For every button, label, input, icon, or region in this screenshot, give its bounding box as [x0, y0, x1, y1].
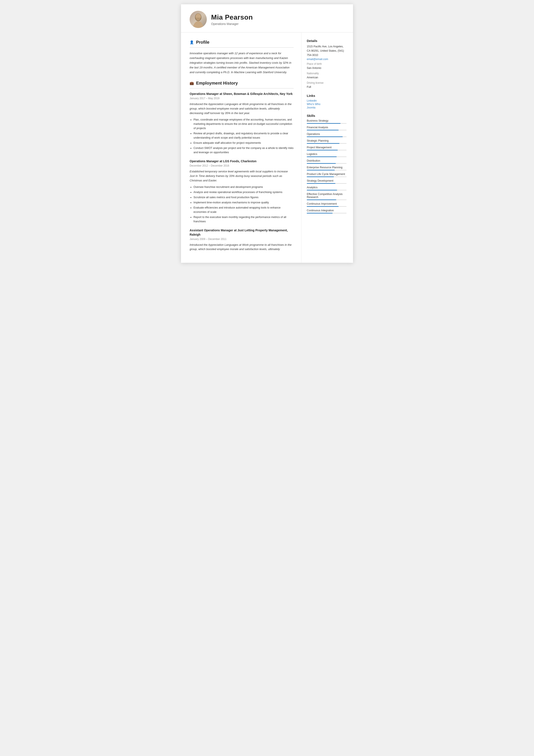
profile-section-title: Profile: [196, 40, 209, 45]
skill-name: Enterprise Resource Planning: [307, 166, 346, 169]
skill-bar-bg: [307, 143, 346, 144]
skill-bar-bg: [307, 156, 346, 157]
profile-section: 👤 Profile Innovative operations manager …: [190, 40, 294, 75]
skill-bar-bg: [307, 150, 346, 150]
bullet-item: Report to the executive team monthly reg…: [193, 215, 294, 224]
job-entry-1: Operations Manager at Sheen, Bowman & Gi…: [190, 92, 294, 154]
skill-bar-bg: [307, 213, 346, 213]
job-entry-2: Operations Manager at LGS Foods, Charles…: [190, 159, 294, 224]
bullet-item: Ensure adequate staff allocation for pro…: [193, 141, 294, 145]
skill-item: Continuous Integration: [307, 209, 346, 213]
resume-container: Mia Pearson Operations Manager 👤 Profile…: [181, 4, 353, 263]
skill-bar-fill: [307, 163, 336, 164]
skill-name: Analytics: [307, 186, 346, 189]
skill-bar-fill: [307, 176, 334, 177]
skill-bar-bg: [307, 163, 346, 164]
skill-item: Distribution: [307, 159, 346, 164]
skill-name: Strategy Development: [307, 179, 346, 182]
job-entry-3: Assistant Operations Manager at Just Let…: [190, 228, 294, 252]
skill-name: Operations: [307, 133, 346, 136]
bullet-item: Scrutinize all sales metrics and food pr…: [193, 195, 294, 200]
link-linkedin[interactable]: Linkedin: [307, 99, 346, 102]
employment-icon: 💼: [190, 81, 194, 85]
skill-item: Continuous Improvement: [307, 202, 346, 207]
skill-name: Continuous Integration: [307, 209, 346, 212]
bullet-item: Oversee franchise recruitment and develo…: [193, 185, 294, 189]
avatar: [190, 11, 207, 28]
skill-bar-fill: [307, 136, 343, 137]
skills-title: Skills: [307, 114, 346, 118]
details-email[interactable]: email@email.com: [307, 58, 346, 61]
skill-name: Logistics: [307, 152, 346, 156]
skill-name: Distribution: [307, 159, 346, 162]
left-column: 👤 Profile Innovative operations manager …: [181, 33, 301, 263]
job-title-2: Operations Manager at LGS Foods, Charles…: [190, 159, 294, 164]
skills-list: Business Strategy Financial Analysis Ope…: [307, 119, 346, 213]
skill-bar-bg: [307, 130, 346, 130]
person-silhouette: [192, 13, 205, 28]
skill-name: Financial Analysis: [307, 126, 346, 129]
skill-bar-fill: [307, 150, 338, 150]
profile-icon: 👤: [190, 40, 194, 44]
skill-item: Strategy Development: [307, 179, 346, 184]
skill-bar-fill: [307, 123, 341, 124]
bullet-item: Evaluate efficiencies and introduce auto…: [193, 205, 294, 214]
job-description-1: Introduced the Appreciation Languages at…: [190, 102, 294, 115]
links-section: Links Linkedin Who's Who Joomla: [307, 94, 346, 109]
skill-item: Project Management: [307, 146, 346, 150]
skill-bar-fill: [307, 190, 337, 190]
bullet-item: Conduct SWOT analysis per project and fo…: [193, 146, 294, 154]
place-of-birth-label: Place of birth: [307, 63, 346, 66]
driving-license-label: Driving license: [307, 81, 346, 84]
candidate-title: Operations Manager: [211, 22, 253, 26]
skill-bar-bg: [307, 206, 346, 207]
skill-name: Continuous Improvement: [307, 202, 346, 205]
job-dates-3: January 2009 – December 2011: [190, 238, 294, 241]
job-title-3: Assistant Operations Manager at Just Let…: [190, 228, 294, 237]
link-joomla[interactable]: Joomla: [307, 106, 346, 109]
skill-bar-fill: [307, 206, 339, 207]
skill-name: Business Strategy: [307, 119, 346, 122]
job-dates-2: December 2012 – December 2016: [190, 164, 294, 167]
employment-section: 💼 Employment History Operations Manager …: [190, 81, 294, 252]
skill-item: Strategic Planning: [307, 139, 346, 144]
employment-section-header: 💼 Employment History: [190, 81, 294, 86]
skill-name: Product Life Cycle Management: [307, 173, 346, 176]
skill-item: Business Strategy: [307, 119, 346, 124]
job-description-2: Established temporary service level agre…: [190, 169, 294, 183]
profile-text: Innovative operations manager with 12 ye…: [190, 51, 294, 75]
link-whos-who[interactable]: Who's Who: [307, 103, 346, 106]
right-column: Details 1515 Pacific Ave, Los Angeles, C…: [301, 33, 353, 263]
skill-bar-fill: [307, 213, 333, 213]
details-address: 1515 Pacific Ave, Los Angeles, CA 90291,…: [307, 44, 346, 57]
skill-item: Enterprise Resource Planning: [307, 166, 346, 171]
place-of-birth: San Antonio: [307, 66, 346, 70]
bullet-item: Implement time-motion analysis mechanism…: [193, 200, 294, 205]
driving-license: Full: [307, 85, 346, 89]
skill-name: Strategic Planning: [307, 139, 346, 142]
nationality-label: Nationality: [307, 72, 346, 75]
job-description-3: Introduced the Appreciation Languages at…: [190, 243, 294, 252]
skill-bar-fill: [307, 130, 339, 130]
skill-name: Effective Competitive Analysis Research: [307, 193, 346, 199]
skill-bar-bg: [307, 190, 346, 190]
job-dates-1: January 2017 – May 2019: [190, 97, 294, 100]
resume-body: 👤 Profile Innovative operations manager …: [181, 33, 353, 263]
bullet-item: Analyze and review operational workflow …: [193, 190, 294, 194]
skill-bar-fill: [307, 183, 335, 184]
employment-divider: [190, 88, 294, 89]
nationality: American: [307, 75, 346, 80]
job-bullets-2: Oversee franchise recruitment and develo…: [190, 185, 294, 224]
header-info: Mia Pearson Operations Manager: [211, 14, 253, 26]
skill-bar-fill: [307, 156, 337, 157]
skill-bar-bg: [307, 170, 346, 171]
resume-header: Mia Pearson Operations Manager: [181, 4, 353, 33]
skill-name: Project Management: [307, 146, 346, 149]
skill-bar-bg: [307, 123, 346, 124]
skill-bar-bg: [307, 136, 346, 137]
profile-section-header: 👤 Profile: [190, 40, 294, 45]
details-section: Details 1515 Pacific Ave, Los Angeles, C…: [307, 39, 346, 89]
skill-item: Logistics: [307, 152, 346, 157]
skill-item: Operations: [307, 133, 346, 137]
skills-section: Skills Business Strategy Financial Analy…: [307, 114, 346, 213]
